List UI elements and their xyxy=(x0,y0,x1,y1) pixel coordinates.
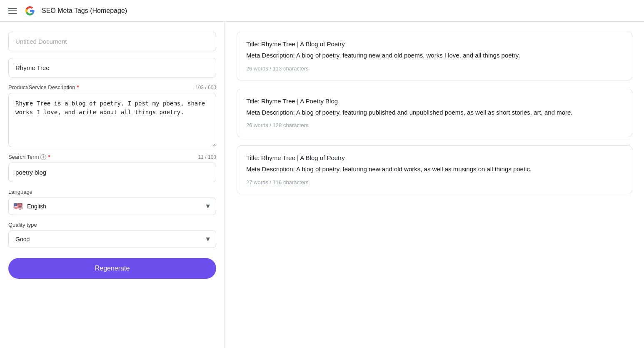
right-panel: Title: Rhyme Tree | A Blog of Poetry Met… xyxy=(225,22,644,348)
google-logo xyxy=(25,6,35,16)
description-label: Product/Service Description * xyxy=(8,84,79,90)
result-title-3: Title: Rhyme Tree | A Blog of Poetry xyxy=(246,154,623,161)
result-description-3: Meta Description: A blog of poetry, feat… xyxy=(246,165,623,174)
required-star: * xyxy=(77,84,79,90)
result-card-2: Title: Rhyme Tree | A Poetry Blog Meta D… xyxy=(237,89,632,138)
description-group: Product/Service Description * 103 / 600 … xyxy=(8,84,216,147)
result-description-1: Meta Description: A blog of poetry, feat… xyxy=(246,51,623,60)
document-name-input[interactable] xyxy=(8,32,216,51)
required-star-search: * xyxy=(48,154,50,160)
left-panel: Product/Service Description * 103 / 600 … xyxy=(0,22,225,348)
quality-type-label: Quality type xyxy=(8,222,216,228)
result-stats-1: 26 words / 113 characters xyxy=(246,65,623,72)
search-term-header: Search Term i * 11 / 100 xyxy=(8,154,216,160)
site-name-input[interactable] xyxy=(8,58,216,78)
menu-button[interactable] xyxy=(7,6,18,15)
language-label: Language xyxy=(8,189,216,195)
result-stats-2: 26 words / 128 characters xyxy=(246,122,623,128)
language-select[interactable]: English Spanish French German xyxy=(8,198,216,215)
result-card-1: Title: Rhyme Tree | A Blog of Poetry Met… xyxy=(237,32,632,80)
quality-select-wrapper: Good Better Best ▼ xyxy=(8,230,216,248)
result-card-3: Title: Rhyme Tree | A Blog of Poetry Met… xyxy=(237,145,632,194)
regenerate-button[interactable]: Regenerate xyxy=(8,258,216,279)
description-char-count: 103 / 600 xyxy=(195,85,216,90)
search-term-char-count: 11 / 100 xyxy=(198,154,216,160)
description-header: Product/Service Description * 103 / 600 xyxy=(8,84,216,90)
result-stats-3: 27 words / 116 characters xyxy=(246,179,623,185)
language-select-wrapper: 🇺🇸 English Spanish French German ▼ xyxy=(8,198,216,215)
result-description-2: Meta Description: A blog of poetry, feat… xyxy=(246,108,623,118)
app-header: SEO Meta Tags (Homepage) xyxy=(0,0,644,22)
quality-type-group: Quality type Good Better Best ▼ xyxy=(8,222,216,248)
description-textarea[interactable]: Rhyme Tree is a blog of poetry. I post m… xyxy=(8,93,216,147)
search-term-label: Search Term i * xyxy=(8,154,50,160)
search-term-info-icon[interactable]: i xyxy=(40,154,46,160)
main-layout: Product/Service Description * 103 / 600 … xyxy=(0,22,644,348)
language-group: Language 🇺🇸 English Spanish French Germa… xyxy=(8,189,216,215)
result-title-1: Title: Rhyme Tree | A Blog of Poetry xyxy=(246,40,623,48)
search-term-group: Search Term i * 11 / 100 xyxy=(8,154,216,182)
app-title: SEO Meta Tags (Homepage) xyxy=(42,7,127,15)
quality-type-select[interactable]: Good Better Best xyxy=(8,230,216,248)
search-term-input[interactable] xyxy=(8,163,216,182)
result-title-2: Title: Rhyme Tree | A Poetry Blog xyxy=(246,98,623,105)
